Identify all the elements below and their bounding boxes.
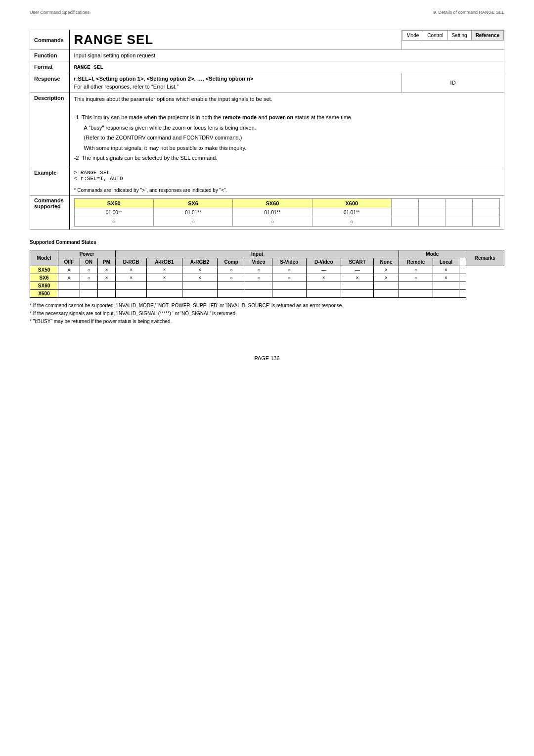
footnote-1: * If the command cannot be supported, 'I… — [30, 302, 504, 310]
sx6-local: × — [433, 274, 459, 282]
response-secondary: For all other responses, refer to “Error… — [74, 84, 398, 90]
th-local: Local — [433, 258, 459, 266]
example-line1: > RANGE SEL — [74, 170, 500, 176]
sx6-off: × — [58, 274, 80, 282]
sx60-none — [373, 282, 399, 289]
sx6-comp: ○ — [218, 274, 245, 282]
th-drgb: D-RGB — [116, 258, 147, 266]
tab-setting[interactable]: Setting — [447, 31, 471, 41]
header-right: 9. Details of command RANGE SEL — [433, 10, 504, 15]
cs-sx50-name: SX50 — [74, 198, 153, 208]
sx6-svideo: ○ — [272, 274, 306, 282]
sx50-none: × — [373, 266, 399, 274]
function-label: Function — [30, 50, 70, 61]
model-x600: X600 — [30, 289, 58, 297]
footnote-2: * If the necessary signals are not input… — [30, 310, 504, 318]
sx50-scart: — — [341, 266, 374, 274]
response-main: r:SEL=I, <Setting option 1>, <Setting op… — [74, 76, 398, 82]
sx50-dvideo: — — [307, 266, 341, 274]
header-left: User Command Specifications — [30, 10, 89, 15]
page-number: PAGE 136 — [254, 355, 279, 361]
x600-on — [80, 289, 97, 297]
command-label: Commands — [30, 30, 70, 50]
supported-states-table: Model Power Input Mode Remarks OFF ON PM… — [30, 250, 504, 298]
sx60-local — [433, 282, 459, 289]
example-label: Example — [30, 167, 70, 195]
x600-video — [245, 289, 272, 297]
description-text: This inquires about the parameter option… — [74, 95, 500, 162]
cs-sx50-version: 01.00** — [74, 208, 153, 217]
x600-svideo — [272, 289, 306, 297]
x600-drgb — [116, 289, 147, 297]
desc-point1-text: This inquiry can be made when the projec… — [82, 114, 353, 120]
desc-sub3: With some input signals, it may not be p… — [84, 144, 500, 152]
th-model: Model — [30, 250, 58, 266]
table-row-sx60: SX60 — [30, 282, 504, 289]
th-mode: Mode — [399, 250, 466, 258]
table-row-sx50: SX50 × ○ × × × × ○ ○ ○ — — × ○ × — [30, 266, 504, 274]
sx6-dvideo: × — [307, 274, 341, 282]
id-cell: ID — [402, 73, 504, 93]
page-footer: PAGE 136 — [30, 355, 504, 361]
th-remarks: Remarks — [466, 250, 504, 266]
sx60-argb2 — [182, 282, 217, 289]
response-row: Response r:SEL=I, <Setting option 1>, <S… — [30, 73, 504, 93]
model-sx60: SX60 — [30, 282, 58, 289]
x600-dvideo — [307, 289, 341, 297]
sx50-on: ○ — [80, 266, 97, 274]
sx6-remarks — [459, 274, 466, 282]
th-scart: SCART — [341, 258, 374, 266]
sx60-remarks — [459, 282, 466, 289]
cs-x600-circle: ○ — [312, 217, 391, 226]
cs-sx60-circle: ○ — [233, 217, 312, 226]
page-header: User Command Specifications 9. Details o… — [30, 10, 504, 15]
format-value: RANGE SEL — [74, 64, 103, 70]
sx60-argb1 — [147, 282, 182, 289]
sx50-argb1: × — [147, 266, 182, 274]
sx50-local: × — [433, 266, 459, 274]
sx60-scart — [341, 282, 374, 289]
x600-comp — [218, 289, 245, 297]
tab-reference[interactable]: Reference — [471, 31, 503, 41]
description-label: Description — [30, 93, 70, 167]
example-row: Example > RANGE SEL < r:SEL=I, AUTO * Co… — [30, 167, 504, 195]
model-sx50: SX50 — [30, 266, 58, 274]
tab-control[interactable]: Control — [423, 31, 447, 41]
x600-local — [433, 289, 459, 297]
x600-argb1 — [147, 289, 182, 297]
th-comp: Comp — [218, 258, 245, 266]
command-title: RANGE SEL — [74, 32, 154, 47]
sx50-off: × — [58, 266, 80, 274]
sx60-on — [80, 282, 97, 289]
description-row: Description This inquires about the para… — [30, 93, 504, 167]
sx60-remote — [399, 282, 433, 289]
model-sx6: SX6 — [30, 274, 58, 282]
table-header-row1: Model Power Input Mode Remarks — [30, 250, 504, 258]
format-row: Format RANGE SEL — [30, 61, 504, 73]
sx50-argb2: × — [182, 266, 217, 274]
sx6-none: × — [373, 274, 399, 282]
cs-sx60-version: 01.01** — [233, 208, 312, 217]
sx60-comp — [218, 282, 245, 289]
cs-sx50-circle: ○ — [74, 217, 153, 226]
th-none: None — [373, 258, 399, 266]
cs-x600-version: 01.01** — [312, 208, 391, 217]
sx50-svideo: ○ — [272, 266, 306, 274]
sx6-argb1: × — [147, 274, 182, 282]
sx6-on: ○ — [80, 274, 97, 282]
th-remote: Remote — [399, 258, 433, 266]
command-title-row: Commands RANGE SEL Mode Control Setting … — [30, 30, 504, 50]
cs-sx6-name: SX6 — [153, 198, 232, 208]
commands-supported-row: Commands supported SX50 SX6 SX60 X600 01… — [30, 195, 504, 229]
th-svideo: S-Video — [272, 258, 306, 266]
cs-sx60-name: SX60 — [233, 198, 312, 208]
cmd-supported-label-bottom: supported — [34, 203, 65, 209]
sx6-video: ○ — [245, 274, 272, 282]
sx6-pm: × — [98, 274, 116, 282]
table-row-sx6: SX6 × ○ × × × × ○ ○ ○ × × × ○ × — [30, 274, 504, 282]
tab-mode[interactable]: Mode — [402, 31, 423, 41]
sx50-pm: × — [98, 266, 116, 274]
example-line2: < r:SEL=I, AUTO — [74, 176, 500, 182]
sx6-remote: ○ — [399, 274, 433, 282]
th-input: Input — [116, 250, 399, 258]
